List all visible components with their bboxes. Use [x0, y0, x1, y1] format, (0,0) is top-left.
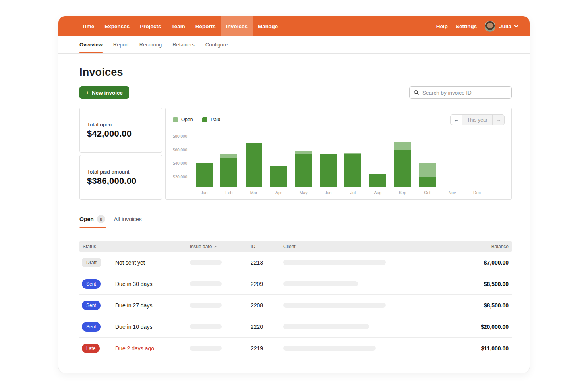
client-cell — [283, 281, 436, 286]
sub-nav-item-recurring[interactable]: Recurring — [139, 36, 162, 53]
x-tick-mar: Mar — [244, 190, 264, 195]
redacted-client — [283, 281, 358, 286]
help-link[interactable]: Help — [436, 23, 448, 29]
due-text: Due in 10 days — [115, 324, 152, 330]
col-issue-date[interactable]: Issue date — [190, 244, 251, 249]
bar-feb[interactable] — [220, 154, 237, 187]
x-tick-nov: Nov — [442, 190, 462, 195]
status-badge-sent: Sent — [82, 301, 101, 310]
bar-segment-paid — [394, 150, 411, 187]
bar-segment-paid — [419, 177, 436, 187]
new-invoice-label: New invoice — [92, 90, 123, 96]
issue-date-cell — [190, 260, 251, 265]
page-title: Invoices — [79, 66, 512, 79]
top-nav-item-invoices[interactable]: Invoices — [221, 16, 253, 36]
top-nav-item-manage[interactable]: Manage — [253, 16, 283, 36]
status-badge-slot: Sent — [82, 279, 115, 289]
new-invoice-button[interactable]: + New invoice — [79, 86, 129, 99]
sub-nav-item-configure[interactable]: Configure — [205, 36, 228, 53]
user-menu[interactable]: Julia — [485, 21, 518, 32]
top-nav-item-team[interactable]: Team — [166, 16, 190, 36]
bar-sep[interactable] — [394, 142, 411, 187]
x-tick-may: May — [294, 190, 313, 195]
col-id[interactable]: ID — [251, 244, 283, 249]
bar-segment-paid — [270, 166, 287, 187]
invoice-list-tabs: Open 8 All invoices — [79, 215, 512, 228]
total-open-label: Total open — [87, 122, 162, 127]
top-nav-item-time[interactable]: Time — [77, 16, 99, 36]
sub-nav-item-report[interactable]: Report — [113, 36, 129, 53]
y-tick-label: $80,000 — [173, 134, 187, 139]
bar-aug[interactable] — [369, 174, 386, 187]
bar-mar[interactable] — [246, 143, 262, 187]
tab-open[interactable]: Open 8 — [79, 215, 105, 228]
total-open-card: Total open $42,000.00 — [79, 108, 162, 153]
bar-jul[interactable] — [344, 153, 361, 187]
bar-may[interactable] — [295, 151, 312, 187]
legend-swatch-paid — [202, 117, 207, 122]
bar-jun[interactable] — [320, 154, 337, 187]
invoice-row-2213[interactable]: DraftNot sent yet2213$7,000.00 — [79, 252, 512, 273]
invoices-chart-panel: OpenPaid ← This year → $80,000$60,000$40… — [165, 108, 512, 200]
table-header: Status Issue date ID Client Balance — [79, 241, 512, 252]
col-status[interactable]: Status — [79, 244, 190, 249]
redacted-issue-date — [190, 346, 222, 351]
legend-label-open: Open — [181, 117, 193, 122]
col-balance[interactable]: Balance — [436, 244, 512, 249]
y-tick-label: $40,000 — [173, 161, 187, 166]
plus-icon: + — [86, 90, 89, 96]
invoice-search[interactable] — [409, 86, 512, 99]
search-input[interactable] — [422, 90, 507, 96]
legend-item-paid[interactable]: Paid — [202, 117, 220, 122]
issue-date-cell — [190, 346, 251, 351]
x-tick-jan: Jan — [194, 190, 214, 195]
stat-column: Total open $42,000.00 Total paid amount … — [79, 108, 162, 200]
client-cell — [283, 303, 436, 308]
redacted-issue-date — [190, 324, 222, 329]
tab-open-label: Open — [79, 216, 94, 222]
top-nav-item-projects[interactable]: Projects — [135, 16, 166, 36]
invoice-row-2220[interactable]: SentDue in 10 days2220$20,000.00 — [79, 316, 512, 338]
balance-value: $7,000.00 — [484, 259, 512, 266]
chart-legend: OpenPaid — [173, 117, 220, 122]
avatar — [485, 21, 495, 32]
due-text: Due in 27 days — [115, 302, 152, 309]
settings-link[interactable]: Settings — [456, 23, 477, 29]
status-badge-draft: Draft — [82, 258, 101, 267]
invoice-row-2208[interactable]: SentDue in 27 days2208$8,500.00 — [79, 295, 512, 316]
bar-segment-open — [419, 163, 436, 177]
prev-year-button[interactable]: ← — [451, 115, 462, 125]
redacted-client — [283, 346, 376, 351]
invoice-row-2209[interactable]: SentDue in 30 days2209$8,500.00 — [79, 273, 512, 295]
top-nav: TimeExpensesProjectsTeamReportsInvoicesM… — [77, 16, 283, 36]
sub-nav-item-overview[interactable]: Overview — [79, 36, 103, 53]
bar-segment-open — [220, 154, 237, 158]
legend-item-open[interactable]: Open — [173, 117, 193, 122]
year-navigator: ← This year → — [450, 114, 505, 125]
col-client[interactable]: Client — [283, 244, 436, 249]
bar-apr[interactable] — [270, 166, 287, 187]
bar-jan[interactable] — [196, 163, 213, 187]
top-bar-right: Help Settings Julia — [436, 16, 518, 36]
invoice-id: 2208 — [251, 302, 283, 309]
status-badge-slot: Sent — [82, 301, 115, 310]
redacted-client — [283, 324, 369, 329]
invoice-row-2219[interactable]: LateDue 2 days ago2219$11,000.00 — [79, 338, 512, 359]
top-nav-item-reports[interactable]: Reports — [190, 16, 221, 36]
top-bar: TimeExpensesProjectsTeamReportsInvoicesM… — [58, 16, 530, 36]
bar-oct[interactable] — [419, 163, 436, 187]
tab-all-invoices[interactable]: All invoices — [114, 215, 142, 228]
status-cell: DraftNot sent yet — [79, 258, 190, 267]
client-cell — [283, 260, 436, 265]
next-year-button[interactable]: → — [492, 115, 504, 125]
top-nav-item-expenses[interactable]: Expenses — [99, 16, 135, 36]
tab-all-label: All invoices — [114, 216, 142, 222]
search-icon — [414, 90, 419, 95]
sub-nav-item-retainers[interactable]: Retainers — [172, 36, 195, 53]
bar-segment-paid — [246, 143, 262, 187]
status-badge-sent: Sent — [82, 279, 101, 289]
legend-swatch-open — [173, 117, 178, 122]
app-window: TimeExpensesProjectsTeamReportsInvoicesM… — [58, 16, 530, 373]
issue-date-cell — [190, 303, 251, 308]
period-label: This year — [462, 115, 492, 125]
